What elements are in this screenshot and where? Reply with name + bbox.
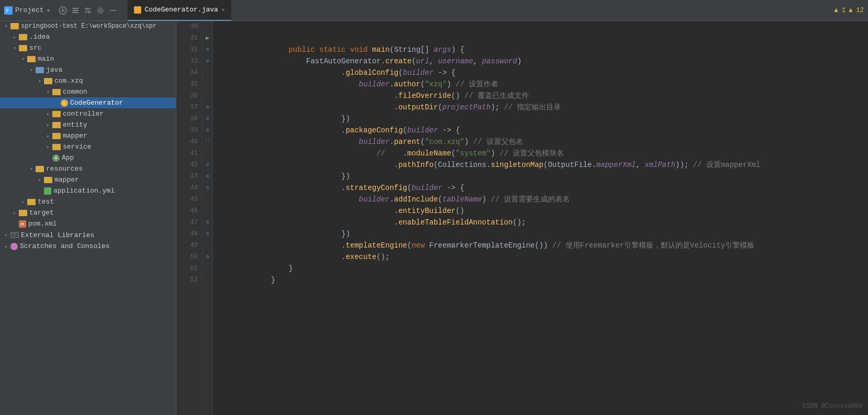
fold-42[interactable] (202, 159, 212, 171)
lib-icon (10, 231, 19, 239)
codegenerator-icon: C (61, 99, 68, 107)
fold-46 (202, 205, 212, 217)
folder-icon-mapper-res (44, 177, 52, 183)
sidebar-item-mapper[interactable]: mapper (0, 130, 176, 141)
tab-bar: CodeGenerator.java ✕ (128, 0, 231, 21)
arrow-target (10, 210, 19, 216)
sidebar-item-common[interactable]: common (0, 86, 176, 97)
label-springboot: springboot-test E:\workSpace\xzq\spr (21, 23, 156, 30)
sidebar-item-scratches[interactable]: Scratches and Consoles (0, 241, 176, 252)
sidebar-item-java[interactable]: java (0, 64, 176, 75)
arrow-scratches (2, 243, 10, 250)
code-line-52 (218, 274, 868, 286)
folder-icon-src (19, 45, 27, 51)
sidebar-item-pom[interactable]: m pom.xml (0, 218, 176, 229)
svg-point-13 (97, 7, 104, 14)
svg-text:P: P (6, 8, 9, 14)
fold-48[interactable] (202, 228, 212, 240)
folder-icon-resources (36, 166, 44, 172)
folder-icon-idea (19, 34, 27, 40)
label-pom: pom.xml (28, 220, 57, 228)
folder-icon-common (52, 89, 61, 95)
maven-icon: m (19, 220, 26, 228)
fold-52 (202, 274, 212, 286)
fold-32[interactable] (202, 44, 212, 55)
fold-37[interactable] (202, 102, 212, 113)
watermark: CSDN @Cocoxzq000 (803, 402, 863, 410)
nav-icon2[interactable] (71, 6, 80, 15)
fold-33[interactable] (202, 55, 212, 67)
arrow-entity (44, 122, 52, 128)
ln-43: 43 (176, 171, 202, 182)
fold-39[interactable] (202, 125, 212, 136)
label-service: service (63, 143, 92, 151)
nav-icon1[interactable] (59, 6, 67, 15)
label-resources: resources (46, 165, 83, 173)
sidebar-item-resources[interactable]: resources (0, 163, 176, 174)
yml-icon (44, 187, 51, 195)
sidebar-item-comxzq[interactable]: com.xzq (0, 75, 176, 86)
arrow-springboot (2, 23, 10, 29)
line-number-gutter: 30 31 32 33 34 35 36 37 38 39 40 41 42 4… (176, 21, 202, 415)
arrow-test (19, 199, 27, 205)
ln-46: 46 (176, 205, 202, 217)
ln-45: 45 (176, 194, 202, 205)
svg-rect-5 (72, 8, 78, 9)
sidebar-item-entity[interactable]: entity (0, 119, 176, 130)
sidebar-item-main[interactable]: main (0, 53, 176, 64)
ln-52: 52 (176, 274, 202, 286)
ln-48: 48 (176, 228, 202, 240)
code-lines[interactable]: public static void main(String[] args) {… (213, 21, 868, 415)
ln-33: 33 (176, 55, 202, 67)
warning-count: ▲ 1 (835, 7, 846, 14)
ln-37: 37 (176, 102, 202, 113)
minimize-icon[interactable] (109, 6, 117, 15)
ln-36: 36 (176, 90, 202, 102)
title-bar-left: P Project ▾ (4, 6, 117, 15)
fold-38[interactable] (202, 113, 212, 125)
fold-43[interactable] (202, 171, 212, 182)
arrow-service (44, 144, 52, 150)
nav-icon3[interactable] (84, 6, 92, 15)
sidebar-item-codegenerator[interactable]: C CodeGenerator (0, 97, 176, 108)
tab-code-generator[interactable]: CodeGenerator.java ✕ (128, 0, 231, 21)
fold-44[interactable] (202, 182, 212, 194)
sidebar-item-yml[interactable]: application.yml (0, 185, 176, 196)
sidebar-item-app[interactable]: A App (0, 152, 176, 163)
editor[interactable]: 30 31 32 33 34 35 36 37 38 39 40 41 42 4… (176, 21, 868, 415)
ln-41: 41 (176, 148, 202, 159)
app-icon: A (52, 154, 60, 162)
error-count: ▲ 12 (849, 7, 864, 14)
sidebar-item-src[interactable]: src (0, 42, 176, 53)
ln-44: 44 (176, 182, 202, 194)
sidebar-item-service[interactable]: service (0, 141, 176, 152)
project-icon: P Project ▾ (4, 6, 50, 15)
label-scratches: Scratches and Consoles (20, 242, 110, 250)
sidebar-item-controller[interactable]: controller (0, 108, 176, 119)
sidebar-item-target[interactable]: target (0, 207, 176, 218)
tab-close-button[interactable]: ✕ (221, 6, 225, 13)
label-src: src (29, 44, 41, 52)
fold-31[interactable] (202, 32, 212, 44)
ln-34: 34 (176, 67, 202, 78)
label-target: target (29, 209, 54, 217)
fold-50[interactable] (202, 251, 212, 263)
scratch-icon (10, 243, 18, 250)
sidebar-item-mapper-res[interactable]: mapper (0, 174, 176, 185)
label-common: common (63, 88, 87, 96)
ln-40: 40 (176, 136, 202, 148)
sidebar-item-springboot-test[interactable]: springboot-test E:\workSpace\xzq\spr (0, 21, 176, 31)
folder-icon-root (10, 23, 19, 29)
code-line-31: public static void main(String[] args) { (218, 32, 868, 44)
project-title[interactable]: Project (15, 6, 44, 14)
settings-icon[interactable] (96, 6, 105, 15)
svg-rect-7 (72, 12, 78, 13)
arrow-mapper-res (36, 177, 44, 183)
fold-47[interactable] (202, 217, 212, 228)
arrow-idea (10, 34, 19, 40)
sidebar-item-test[interactable]: test (0, 196, 176, 207)
sidebar-item-idea[interactable]: .idea (0, 31, 176, 42)
ln-42: 42 (176, 159, 202, 171)
folder-icon-entity (52, 122, 61, 128)
sidebar-item-external-libs[interactable]: External Libraries (0, 229, 176, 241)
